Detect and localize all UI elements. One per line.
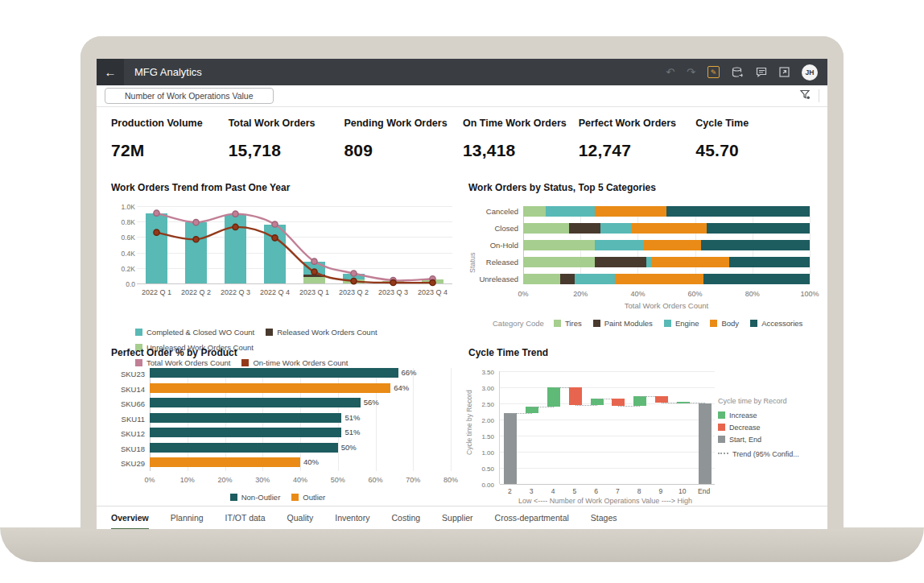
data-point-total-work-orders-count[interactable] xyxy=(351,271,357,276)
gridline xyxy=(500,436,715,436)
legend-item-increase[interactable]: Increase xyxy=(718,411,802,420)
data-refresh-icon[interactable] xyxy=(732,67,744,78)
legend-item-trend[interactable]: Trend (95% Confid... xyxy=(718,450,802,458)
bar-segment-tires[interactable] xyxy=(523,206,546,217)
bar-segment-accessories[interactable] xyxy=(701,240,810,250)
back-button[interactable]: ← xyxy=(97,59,124,85)
bar-sku23[interactable] xyxy=(150,368,398,378)
stacked-plot xyxy=(523,206,810,284)
waterfall-bar-increase[interactable] xyxy=(591,399,604,405)
data-point-on-time-work-orders-count[interactable] xyxy=(233,224,238,229)
tab-it-ot-data[interactable]: IT/OT data xyxy=(225,513,266,529)
legend-item-released-work-orders-count[interactable]: Released Work Orders Count xyxy=(266,328,377,337)
data-point-total-work-orders-count[interactable] xyxy=(193,220,199,225)
redo-icon[interactable]: ↷ xyxy=(687,67,695,77)
tab-overview[interactable]: Overview xyxy=(111,513,149,529)
data-point-on-time-work-orders-count[interactable] xyxy=(311,269,317,275)
bar-segment-body[interactable] xyxy=(632,223,707,234)
bar-segment-engine[interactable] xyxy=(646,257,652,267)
kpi-perfect-work-orders: Perfect Work Orders12,747 xyxy=(579,118,696,176)
bar-segment-body[interactable] xyxy=(652,257,729,267)
legend-swatch xyxy=(664,320,671,327)
waterfall-bar-end[interactable] xyxy=(699,403,712,484)
bar-segment-engine[interactable] xyxy=(595,240,644,250)
data-point-total-work-orders-count[interactable] xyxy=(311,258,317,264)
open-in-new-icon[interactable] xyxy=(779,67,790,77)
legend-item-paint-modules[interactable]: Paint Modules xyxy=(593,319,653,328)
bar-sku18[interactable] xyxy=(150,443,338,453)
tab-supplier[interactable]: Supplier xyxy=(442,513,473,529)
line-on-time-work-orders-count xyxy=(157,227,433,283)
data-point-on-time-work-orders-count[interactable] xyxy=(272,235,278,241)
bar-segment-tires[interactable] xyxy=(523,240,595,250)
x-tick-label: 2023 Q 2 xyxy=(334,288,373,296)
bar-sku14[interactable] xyxy=(150,383,390,393)
legend-item-non-outlier[interactable]: Non-Outlier xyxy=(230,493,281,502)
laptop-base xyxy=(0,527,924,562)
stacked-bar-row xyxy=(523,223,810,234)
bar-segment-tires[interactable] xyxy=(523,257,595,267)
waterfall-bar-increase[interactable] xyxy=(526,407,538,413)
legend-item-tires[interactable]: Tires xyxy=(554,319,582,328)
bar-segment-paint-modules[interactable] xyxy=(595,257,646,267)
bar-segment-accessories[interactable] xyxy=(707,223,810,234)
bar-sku29[interactable] xyxy=(150,457,300,467)
bar-segment-body[interactable] xyxy=(595,206,666,217)
tab-costing[interactable]: Costing xyxy=(391,513,420,529)
bar-segment-accessories[interactable] xyxy=(666,206,810,217)
bar-sku11[interactable] xyxy=(150,413,341,423)
waterfall-bar-decrease[interactable] xyxy=(569,387,582,405)
tab-inventory[interactable]: Inventory xyxy=(335,513,369,529)
bar-segment-engine[interactable] xyxy=(600,223,632,234)
data-point-total-work-orders-count[interactable] xyxy=(154,210,159,216)
legend-item-engine[interactable]: Engine xyxy=(664,319,699,328)
comment-icon[interactable] xyxy=(756,67,767,77)
waterfall-bar-increase[interactable] xyxy=(633,396,646,406)
tab-stages[interactable]: Stages xyxy=(591,513,617,529)
legend-item-accessories[interactable]: Accessories xyxy=(750,319,802,328)
bar-segment-paint-modules[interactable] xyxy=(569,223,600,234)
stacked-bar-row xyxy=(523,257,810,267)
y-axis-labels: 3.503.002.502.001.501.000.500.00 xyxy=(473,368,494,481)
edit-icon[interactable]: ✎ xyxy=(707,66,720,78)
filter-icon[interactable] xyxy=(799,89,811,104)
waterfall-bar-decrease[interactable] xyxy=(612,399,625,406)
data-point-total-work-orders-count[interactable] xyxy=(233,211,238,217)
x-tick-label: 70% xyxy=(406,476,420,484)
legend-item-outlier[interactable]: Outlier xyxy=(291,493,325,502)
tab-planning[interactable]: Planning xyxy=(171,513,204,529)
data-point-on-time-work-orders-count[interactable] xyxy=(430,279,435,285)
bar-segment-tires[interactable] xyxy=(523,274,560,284)
bar-segment-body[interactable] xyxy=(644,240,701,250)
bar-segment-body[interactable] xyxy=(615,274,703,284)
bar-sku66[interactable] xyxy=(150,398,361,407)
bar-segment-accessories[interactable] xyxy=(729,257,810,267)
avatar[interactable]: JH xyxy=(802,64,818,81)
kpi-cycle-time: Cycle Time45.70 xyxy=(695,118,813,176)
bar-segment-engine[interactable] xyxy=(546,206,595,217)
legend-item-completed-closed-wo-count[interactable]: Completed & Closed WO Count xyxy=(135,328,254,337)
waterfall-bar-decrease[interactable] xyxy=(655,396,668,403)
filter-chip[interactable]: Number of Work Operations Value xyxy=(105,88,274,104)
bar-value-label: 51% xyxy=(344,428,360,437)
data-point-on-time-work-orders-count[interactable] xyxy=(351,279,357,284)
data-point-on-time-work-orders-count[interactable] xyxy=(390,279,396,285)
undo-icon[interactable]: ↶ xyxy=(666,67,674,77)
bar-segment-accessories[interactable] xyxy=(703,274,810,284)
bar-sku12[interactable] xyxy=(150,428,341,437)
data-point-on-time-work-orders-count[interactable] xyxy=(193,237,199,242)
tab-quality[interactable]: Quality xyxy=(287,513,314,529)
data-point-total-work-orders-count[interactable] xyxy=(272,221,278,227)
tab-cross-departmental[interactable]: Cross-departmental xyxy=(495,513,569,529)
legend-item-decrease[interactable]: Decrease xyxy=(718,424,802,432)
gridline xyxy=(500,420,715,420)
bar-segment-engine[interactable] xyxy=(575,274,615,284)
bar-segment-tires[interactable] xyxy=(523,223,569,234)
waterfall-bar-increase[interactable] xyxy=(547,387,560,407)
legend-item-body[interactable]: Body xyxy=(710,319,739,328)
filter-bar: Number of Work Operations Value xyxy=(97,85,827,107)
legend-item-start-end[interactable]: Start, End xyxy=(718,436,802,444)
bar-segment-paint-modules[interactable] xyxy=(560,274,575,284)
waterfall-bar-start[interactable] xyxy=(504,413,517,484)
data-point-on-time-work-orders-count[interactable] xyxy=(154,229,159,235)
